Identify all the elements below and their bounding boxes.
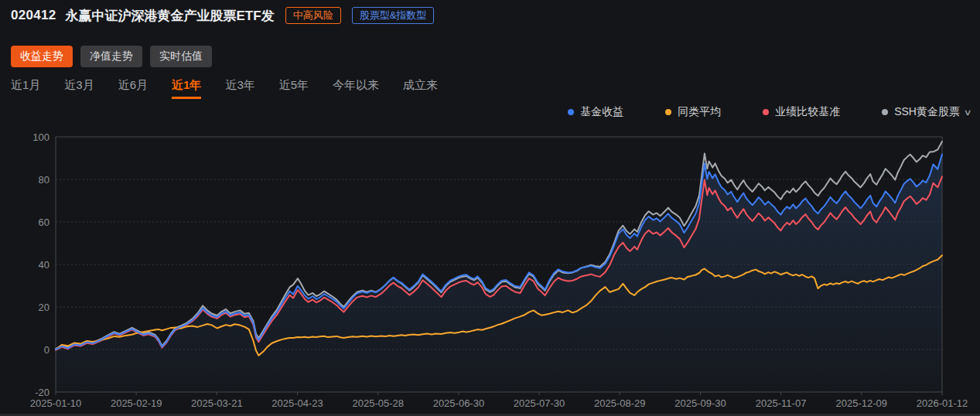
- fund-type-badge: 股票型&指数型: [352, 7, 435, 24]
- period-5y[interactable]: 近5年: [279, 78, 309, 99]
- x-axis-label: 2025-07-30: [514, 397, 565, 409]
- x-axis-label: 2026-01-12: [917, 397, 968, 409]
- period-tabs: 近1月 近3月 近6月 近1年 近3年 近5年 今年以来 成立来: [11, 78, 462, 99]
- y-axis-label: 0: [44, 344, 50, 356]
- period-3y[interactable]: 近3年: [225, 78, 254, 99]
- tab-realtime-estimate[interactable]: 实时估值: [150, 46, 212, 67]
- chevron-down-icon: ∨: [963, 107, 971, 118]
- x-axis-label: 2025-05-28: [352, 397, 404, 409]
- x-axis-label: 2025-02-19: [111, 397, 162, 409]
- period-6m[interactable]: 近6月: [118, 78, 148, 99]
- period-since-inception[interactable]: 成立来: [403, 78, 438, 99]
- x-axis-label: 2025-11-07: [756, 397, 807, 409]
- legend-benchmark[interactable]: 业绩比较基准: [763, 105, 840, 119]
- x-axis-label: 2025-04-23: [271, 397, 323, 409]
- x-axis-label: 2025-06-30: [433, 397, 485, 409]
- period-1m[interactable]: 近1月: [11, 78, 40, 99]
- view-tabs: 收益走势 净值走势 实时估值: [11, 46, 220, 67]
- x-axis-label: 2025-01-10: [30, 397, 82, 409]
- y-axis-label: 80: [39, 174, 50, 186]
- period-1y[interactable]: 近1年: [172, 78, 201, 99]
- fund-name: 永赢中证沪深港黄金产业股票ETF发: [66, 7, 275, 25]
- legend-fund-return[interactable]: 基金收益: [568, 105, 623, 119]
- tab-return-trend[interactable]: 收益走势: [11, 46, 73, 67]
- x-axis-label: 2025-08-29: [594, 397, 646, 409]
- legend-category-average[interactable]: 同类平均: [665, 105, 721, 119]
- period-3m[interactable]: 近3月: [64, 78, 94, 99]
- series-area-fund-return: [56, 155, 942, 392]
- x-axis-label: 2025-03-21: [191, 397, 243, 409]
- chart-legend: 基金收益 同类平均 业绩比较基准 SSH黄金股票 ∨: [526, 105, 971, 119]
- x-axis-label: 2025-09-30: [674, 397, 726, 409]
- period-ytd[interactable]: 今年以来: [333, 78, 379, 99]
- x-axis-label: 2025-12-09: [836, 397, 888, 409]
- y-axis-label: -20: [35, 387, 50, 398]
- fund-code: 020412: [11, 8, 56, 23]
- fund-return-dot-icon: [568, 109, 574, 115]
- ssh-gold-dot-icon: [882, 109, 888, 115]
- fund-header: 020412 永赢中证沪深港黄金产业股票ETF发 中高风险 股票型&指数型: [11, 5, 972, 26]
- risk-level-badge: 中高风险: [285, 7, 341, 24]
- legend-ssh-gold-index[interactable]: SSH黄金股票 ∨: [882, 105, 971, 119]
- tab-nav-trend[interactable]: 净值走势: [80, 46, 142, 67]
- benchmark-dot-icon: [763, 109, 769, 115]
- y-axis-label: 100: [32, 131, 50, 143]
- category-average-dot-icon: [665, 109, 671, 115]
- y-axis-label: 20: [39, 302, 50, 313]
- y-axis-label: 60: [39, 217, 50, 228]
- y-axis-label: 40: [39, 259, 50, 271]
